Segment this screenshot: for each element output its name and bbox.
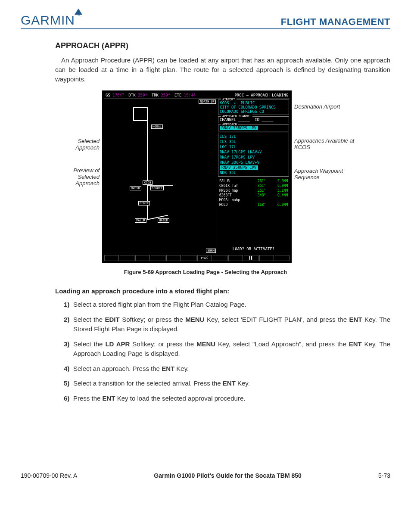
step-5: 5)Select a transition for the selected a… xyxy=(64,379,390,389)
callout-approaches-avail: Approaches Available at KCOS xyxy=(292,137,356,150)
footer-title: Garmin G1000 Pilot's Guide for the Socat… xyxy=(154,472,302,479)
north-up-box: NORTH UP xyxy=(199,100,216,104)
figure-caption: Figure 5-69 Approach Loading Page - Sele… xyxy=(21,269,390,275)
heading-approach: APPROACH (APPR) xyxy=(55,41,390,50)
intro-paragraph: An Approach Procedure (APPR) can be load… xyxy=(55,56,390,84)
step-1: 1)Select a stored flight plan from the F… xyxy=(64,300,390,310)
callout-wpt-sequence: Approach Waypoint Sequence xyxy=(292,168,356,180)
section-title: FLIGHT MANAGEMENT xyxy=(281,16,390,28)
step-6: 6)Press the ENT Key to load the selected… xyxy=(64,394,390,404)
wpt-6368ft: 6368FT xyxy=(150,186,164,190)
mfd-status-bar: GS 176KT DTK 259° TRK 259° ETE 15:44 PRO… xyxy=(104,92,290,99)
mfd-side-panel: AIRPORT KCOS ✦ PUBLIC CITY OF COLORADO S… xyxy=(217,99,290,254)
callout-preview: Preview of Selected Approach xyxy=(55,167,102,187)
footer-page-num: 5-73 xyxy=(378,472,390,479)
garmin-triangle-icon xyxy=(75,9,82,15)
softkey-bar: PROC ▌▌ xyxy=(104,254,290,261)
load-activate-prompt: LOAD? OR ACTIVATE? xyxy=(218,245,289,253)
waypoint-sequence: FALUR261°5.0NM CEGIX faf351°6.0NM RW35R … xyxy=(218,178,289,245)
step-2: 2)Select the EDIT Softkey; or press the … xyxy=(64,315,390,334)
page-header: GARMIN™ FLIGHT MANAGEMENT xyxy=(21,13,390,29)
subheading: Loading an approach procedure into a sto… xyxy=(55,287,390,295)
approach-box: APPROACH RNAV 35RGPS LPV xyxy=(218,124,289,131)
wpt-falur: FALUR xyxy=(135,218,146,223)
wpt-hogal: HOGAL xyxy=(151,124,163,129)
brand-text: GARMIN xyxy=(21,13,75,27)
step-4: 4)Select an approach. Press the ENT Key. xyxy=(64,364,390,374)
wpt-habuk: HABUK xyxy=(158,218,169,223)
procedure-steps: 1)Select a stored flight plan from the F… xyxy=(55,300,390,403)
garmin-logo: GARMIN™ xyxy=(21,13,81,28)
airport-box: AIRPORT KCOS ✦ PUBLIC CITY OF COLORADO S… xyxy=(218,100,289,115)
map-scale: 50NM xyxy=(206,249,216,253)
figure-5-69: Selected Approach Preview of Selected Ap… xyxy=(21,90,390,263)
wpt-rw35r: RW35R xyxy=(130,186,141,190)
wpt-cegix: CEGIX xyxy=(138,201,150,205)
callout-selected-approach: Selected Approach xyxy=(55,138,102,151)
footer-doc-rev: 190-00709-00 Rev. A xyxy=(21,472,77,479)
callouts-right: Destination Airport Approaches Available… xyxy=(292,90,356,263)
page-footer: 190-00709-00 Rev. A Garmin G1000 Pilot's… xyxy=(21,472,390,479)
wpt-kcos: KCOS xyxy=(143,180,153,185)
step-3: 3)Select the LD APR Softkey; or press th… xyxy=(64,339,390,359)
approaches-list: ILS 17L ILS 35L LOC 17L RNAV 17LGPS LNAV… xyxy=(218,133,289,177)
callout-destination: Destination Airport xyxy=(292,103,356,110)
channel-box: APPROACH CHANNEL CHANNEL _____ ID _____ xyxy=(218,116,289,123)
mfd-screen: GS 176KT DTK 259° TRK 259° ETE 15:44 PRO… xyxy=(102,90,292,263)
mfd-map: NORTH UP HOGAL KCOS RW35R 6368FT xyxy=(104,99,217,254)
callouts-left: Selected Approach Preview of Selected Ap… xyxy=(55,90,102,263)
